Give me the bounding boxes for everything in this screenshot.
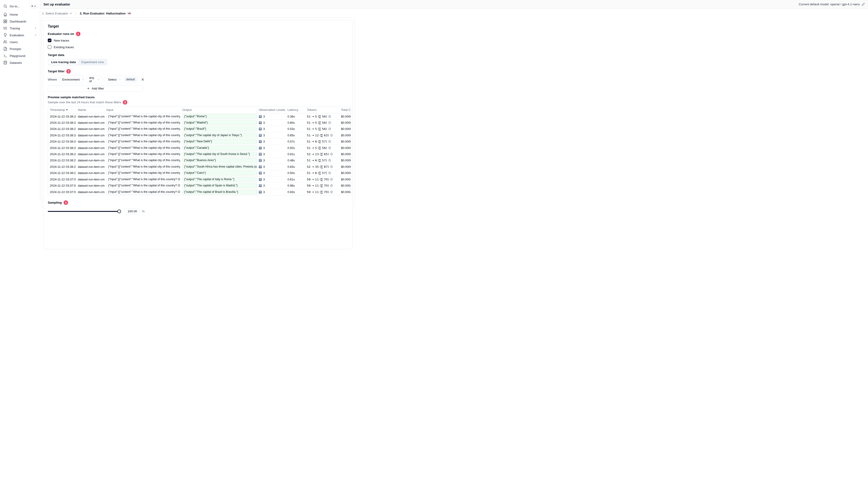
table-row: 2024-11-22 03:38:25 dataset-run-item-cm3… bbox=[48, 145, 351, 151]
input-pill[interactable]: {"input":[{"content":"What is the capita… bbox=[106, 145, 180, 150]
search-icon bbox=[3, 4, 7, 8]
cell-latency: 0.50s bbox=[286, 145, 305, 151]
cell-timestamp: 2024-11-22 03:37:03 bbox=[48, 176, 76, 182]
goto-label: Go to... bbox=[10, 5, 20, 8]
info-circle-icon[interactable] bbox=[328, 159, 331, 162]
remove-filter-button[interactable] bbox=[141, 78, 145, 81]
tab-experiment-runs[interactable]: Experiment runs bbox=[79, 60, 106, 65]
table-header: Timestamp ▼ Name Input Output Observatio… bbox=[48, 106, 351, 113]
output-pill[interactable]: {"output":"The capital city of South Kor… bbox=[182, 152, 257, 157]
output-pill[interactable]: {"output":"The capital of Brazil is Bras… bbox=[182, 190, 257, 194]
info-circle-icon[interactable] bbox=[328, 121, 331, 124]
sidebar-item-prompts[interactable]: Prompts bbox=[0, 45, 40, 52]
input-pill[interactable]: {"input":[{"content":"What is the capita… bbox=[106, 158, 180, 163]
info-circle-icon[interactable] bbox=[328, 147, 331, 150]
cell-tokens: 51 → 5 (∑ 56) bbox=[307, 127, 327, 131]
info-circle-icon[interactable] bbox=[328, 127, 331, 130]
cell-latency: 0.57s bbox=[286, 139, 305, 144]
info-circle-icon[interactable] bbox=[330, 184, 333, 187]
breadcrumb-step1[interactable]: 1. Select Evaluator bbox=[42, 12, 72, 15]
output-pill[interactable]: {"output":"Buenos Aires"} bbox=[182, 158, 257, 163]
info-circle-icon[interactable] bbox=[328, 115, 331, 118]
info-circle-icon[interactable] bbox=[330, 153, 333, 156]
output-pill[interactable]: {"output":"The capital of Spain is Madri… bbox=[182, 183, 257, 188]
col-timestamp[interactable]: Timestamp ▼ bbox=[48, 106, 76, 113]
input-pill[interactable]: {"input":[{"content":"What is the capita… bbox=[106, 177, 180, 182]
cell-observation-count: 3 bbox=[263, 184, 265, 187]
sidebar-item-dashboards[interactable]: Dashboards bbox=[0, 18, 40, 25]
info-level-icon: i bbox=[259, 171, 262, 174]
step-badge-1: 1 bbox=[76, 32, 81, 36]
cell-tokens: 52 → 35 (∑ 87) bbox=[307, 165, 329, 168]
filter-value-chip: default bbox=[124, 77, 137, 82]
sidebar-item-home[interactable]: Home bbox=[0, 11, 40, 18]
info-circle-icon[interactable] bbox=[330, 134, 333, 137]
info-circle-icon[interactable] bbox=[328, 171, 331, 174]
info-level-icon: i bbox=[259, 191, 262, 194]
cell-timestamp: 2024-11-22 03:38:21 bbox=[48, 170, 76, 176]
cell-total-cost: $0.00046 ( bbox=[339, 183, 351, 189]
cell-total-cost: $0.000011 ( bbox=[339, 120, 351, 126]
dashboards-icon bbox=[3, 19, 7, 24]
cell-total-cost: $0.000011 ( bbox=[339, 158, 351, 163]
chevron-right-icon bbox=[34, 27, 37, 30]
cell-total-cost: $0.000011 ( bbox=[339, 113, 351, 119]
output-pill[interactable]: {"output":"Madrid"} bbox=[182, 120, 257, 125]
checkbox-new-traces[interactable]: New traces bbox=[48, 38, 348, 43]
database-icon bbox=[3, 61, 7, 65]
cell-tokens: 59 → 11 (∑ 70) bbox=[307, 178, 329, 181]
table-row: 2024-11-22 03:38:26 dataset-run-item-cm3… bbox=[48, 132, 351, 138]
info-level-icon: i bbox=[259, 178, 262, 181]
tab-live-tracing-data[interactable]: Live tracing data bbox=[49, 60, 79, 65]
input-pill[interactable]: {"input":[{"content":"What is the capita… bbox=[106, 164, 180, 169]
info-level-icon: i bbox=[259, 184, 262, 187]
info-level-icon: i bbox=[259, 147, 262, 150]
input-pill[interactable]: {"input":[{"content":"What is the capita… bbox=[106, 152, 180, 157]
output-pill[interactable]: {"output":"The capital of Italy is Rome.… bbox=[182, 177, 257, 182]
cell-latency: 0.50s bbox=[286, 170, 305, 176]
input-pill[interactable]: {"input":[{"content":"What is the capita… bbox=[106, 127, 180, 131]
sidebar-item-users[interactable]: Users bbox=[0, 39, 40, 45]
input-pill[interactable]: {"input":[{"content":"What is the capita… bbox=[106, 183, 180, 188]
sidebar-item-evaluation[interactable]: Evaluation bbox=[0, 32, 40, 39]
output-pill[interactable]: {"output":"Rome"} bbox=[182, 114, 257, 119]
checkbox-checked-icon[interactable] bbox=[48, 39, 52, 42]
cell-name: dataset-run-item-cm3s4 bbox=[76, 120, 104, 126]
filter-value-select[interactable]: Select default bbox=[105, 76, 138, 83]
output-pill[interactable]: {"output":"The capital city of Japan is … bbox=[182, 133, 257, 138]
sidebar-item-tracing[interactable]: Tracing bbox=[0, 25, 40, 32]
info-circle-icon[interactable] bbox=[330, 191, 333, 194]
add-filter-button[interactable]: Add filter bbox=[48, 85, 143, 92]
file-code-icon bbox=[3, 47, 7, 51]
output-pill[interactable]: {"output":"Cairo"} bbox=[182, 170, 257, 175]
goto-search[interactable]: Go to... ⌘ K bbox=[0, 2, 40, 10]
cell-latency: 0.96s bbox=[286, 183, 305, 189]
input-pill[interactable]: {"input":[{"content":"What is the capita… bbox=[106, 114, 180, 119]
input-pill[interactable]: {"input":[{"content":"What is the capita… bbox=[106, 190, 180, 194]
info-circle-icon[interactable] bbox=[330, 178, 333, 181]
checkbox-unchecked-icon[interactable] bbox=[48, 45, 52, 49]
sidebar-item-playground[interactable]: Playground bbox=[0, 52, 40, 59]
cell-timestamp: 2024-11-22 03:38:25 bbox=[48, 145, 76, 151]
cell-total-cost: $0.000015 bbox=[339, 132, 351, 138]
input-pill[interactable]: {"input":[{"content":"What is the capita… bbox=[106, 139, 180, 144]
table-row: 2024-11-22 03:37:01 dataset-run-item-cm3… bbox=[48, 189, 351, 195]
checkbox-existing-traces[interactable]: Existing traces bbox=[48, 45, 348, 50]
input-pill[interactable]: {"input":[{"content":"What is the capita… bbox=[106, 133, 180, 138]
info-circle-icon[interactable] bbox=[328, 140, 331, 143]
sidebar-item-datasets[interactable]: Datasets bbox=[0, 59, 40, 66]
terminal-icon bbox=[3, 54, 7, 58]
output-pill[interactable]: {"output":"Canada"} bbox=[182, 145, 257, 150]
input-pill[interactable]: {"input":[{"content":"What is the capita… bbox=[106, 170, 180, 175]
filter-operator-select[interactable]: any of bbox=[87, 76, 103, 83]
cell-tokens: 51 → 5 (∑ 56) bbox=[307, 115, 327, 118]
output-pill[interactable]: {"output":"New Delhi"} bbox=[182, 139, 257, 144]
filter-field-select[interactable]: Environment bbox=[60, 76, 84, 83]
input-pill[interactable]: {"input":[{"content":"What is the capita… bbox=[106, 120, 180, 125]
output-pill[interactable]: {"output":"Brazil"} bbox=[182, 127, 257, 131]
info-level-icon: i bbox=[259, 134, 262, 137]
info-circle-icon[interactable] bbox=[330, 165, 333, 168]
cell-total-cost: $0.000011 ( bbox=[339, 139, 351, 144]
cell-timestamp: 2024-11-22 03:37:02 bbox=[48, 183, 76, 189]
output-pill[interactable]: {"output":"South Africa has three capita… bbox=[182, 164, 257, 169]
